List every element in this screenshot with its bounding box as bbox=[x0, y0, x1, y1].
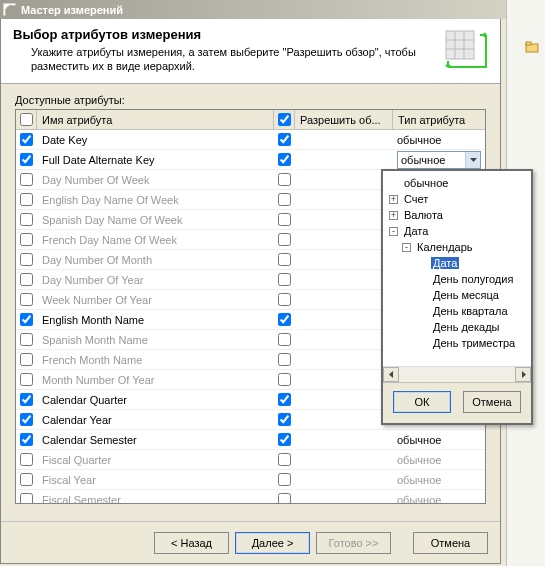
row-name-cell[interactable]: Calendar Quarter bbox=[37, 394, 274, 406]
tree-label[interactable]: Валюта bbox=[402, 209, 445, 221]
attribute-row[interactable]: Date Keyобычное bbox=[16, 130, 485, 150]
tree-item[interactable]: Дата bbox=[385, 255, 529, 271]
select-all-checkbox[interactable] bbox=[20, 113, 33, 126]
tree-label[interactable]: День декады bbox=[431, 321, 501, 333]
tree-label[interactable]: Дата bbox=[402, 225, 430, 237]
row-include-checkbox[interactable] bbox=[20, 473, 33, 486]
tree-label[interactable]: День квартала bbox=[431, 305, 510, 317]
row-include-checkbox[interactable] bbox=[20, 453, 33, 466]
row-include-checkbox[interactable] bbox=[20, 233, 33, 246]
column-header-name[interactable]: Имя атрибута bbox=[37, 110, 274, 129]
row-name-cell[interactable]: Calendar Year bbox=[37, 414, 274, 426]
allow-all-checkbox[interactable] bbox=[278, 113, 291, 126]
row-allow-checkbox[interactable] bbox=[278, 273, 291, 286]
row-name-cell[interactable]: French Day Name Of Week bbox=[37, 234, 274, 246]
attribute-row[interactable]: Fiscal Semesterобычное bbox=[16, 490, 485, 504]
row-name-cell[interactable]: Calendar Semester bbox=[37, 434, 274, 446]
row-name-cell[interactable]: Fiscal Quarter bbox=[37, 454, 274, 466]
row-include-checkbox[interactable] bbox=[20, 313, 33, 326]
tree-item[interactable]: -Дата bbox=[385, 223, 529, 239]
row-include-checkbox[interactable] bbox=[20, 213, 33, 226]
row-allow-checkbox[interactable] bbox=[278, 293, 291, 306]
row-include-checkbox[interactable] bbox=[20, 413, 33, 426]
row-allow-checkbox[interactable] bbox=[278, 153, 291, 166]
attribute-row[interactable]: Fiscal Quarterобычное bbox=[16, 450, 485, 470]
tree-item[interactable]: +Валюта bbox=[385, 207, 529, 223]
row-include-checkbox[interactable] bbox=[20, 333, 33, 346]
next-button[interactable]: Далее > bbox=[235, 532, 310, 554]
cancel-button[interactable]: Отмена bbox=[413, 532, 488, 554]
tree-label[interactable]: День триместра bbox=[431, 337, 517, 349]
row-allow-checkbox[interactable] bbox=[278, 353, 291, 366]
popup-cancel-button[interactable]: Отмена bbox=[463, 391, 521, 413]
tree-item[interactable]: +Счет bbox=[385, 191, 529, 207]
column-header-allow[interactable]: Разрешить об... bbox=[295, 110, 393, 129]
row-allow-checkbox[interactable] bbox=[278, 253, 291, 266]
row-allow-checkbox[interactable] bbox=[278, 393, 291, 406]
tree-item[interactable]: День триместра bbox=[385, 335, 529, 351]
expand-icon[interactable]: + bbox=[389, 211, 398, 220]
collapse-icon[interactable]: - bbox=[389, 227, 398, 236]
tree-item[interactable]: День квартала bbox=[385, 303, 529, 319]
attribute-row[interactable]: Full Date Alternate Keyобычное bbox=[16, 150, 485, 170]
row-include-checkbox[interactable] bbox=[20, 433, 33, 446]
tree-label[interactable]: День полугодия bbox=[431, 273, 515, 285]
row-allow-checkbox[interactable] bbox=[278, 333, 291, 346]
type-tree[interactable]: обычное+Счет+Валюта-Дата-КалендарьДатаДе… bbox=[383, 171, 531, 366]
row-allow-checkbox[interactable] bbox=[278, 413, 291, 426]
tree-label[interactable]: Счет bbox=[402, 193, 430, 205]
row-allow-checkbox[interactable] bbox=[278, 373, 291, 386]
row-allow-checkbox[interactable] bbox=[278, 133, 291, 146]
row-include-checkbox[interactable] bbox=[20, 153, 33, 166]
row-name-cell[interactable]: Day Number Of Year bbox=[37, 274, 274, 286]
scroll-track[interactable] bbox=[399, 367, 515, 382]
tree-label[interactable]: Календарь bbox=[415, 241, 475, 253]
row-allow-checkbox[interactable] bbox=[278, 213, 291, 226]
row-include-checkbox[interactable] bbox=[20, 273, 33, 286]
row-allow-checkbox[interactable] bbox=[278, 493, 291, 504]
expand-icon[interactable]: + bbox=[389, 195, 398, 204]
tree-label[interactable]: День месяца bbox=[431, 289, 501, 301]
row-include-checkbox[interactable] bbox=[20, 133, 33, 146]
popup-ok-button[interactable]: ОК bbox=[393, 391, 451, 413]
row-name-cell[interactable]: Month Number Of Year bbox=[37, 374, 274, 386]
row-name-cell[interactable]: Full Date Alternate Key bbox=[37, 154, 274, 166]
row-allow-checkbox[interactable] bbox=[278, 233, 291, 246]
scroll-right-button[interactable] bbox=[515, 367, 531, 382]
attribute-row[interactable]: Calendar Semesterобычное bbox=[16, 430, 485, 450]
row-name-cell[interactable]: Day Number Of Week bbox=[37, 174, 274, 186]
row-name-cell[interactable]: Date Key bbox=[37, 134, 274, 146]
row-include-checkbox[interactable] bbox=[20, 173, 33, 186]
row-name-cell[interactable]: Week Number Of Year bbox=[37, 294, 274, 306]
row-allow-checkbox[interactable] bbox=[278, 433, 291, 446]
tree-label[interactable]: обычное bbox=[402, 177, 450, 189]
row-include-checkbox[interactable] bbox=[20, 373, 33, 386]
row-allow-checkbox[interactable] bbox=[278, 173, 291, 186]
row-name-cell[interactable]: Day Number Of Month bbox=[37, 254, 274, 266]
row-name-cell[interactable]: French Month Name bbox=[37, 354, 274, 366]
row-name-cell[interactable]: Fiscal Semester bbox=[37, 494, 274, 505]
row-allow-checkbox[interactable] bbox=[278, 453, 291, 466]
back-button[interactable]: < Назад bbox=[154, 532, 229, 554]
attribute-row[interactable]: Fiscal Yearобычное bbox=[16, 470, 485, 490]
tree-label[interactable]: Дата bbox=[431, 257, 459, 269]
row-allow-checkbox[interactable] bbox=[278, 193, 291, 206]
tree-item[interactable]: -Календарь bbox=[385, 239, 529, 255]
row-include-checkbox[interactable] bbox=[20, 393, 33, 406]
row-include-checkbox[interactable] bbox=[20, 293, 33, 306]
row-include-checkbox[interactable] bbox=[20, 493, 33, 504]
row-include-checkbox[interactable] bbox=[20, 253, 33, 266]
tree-item[interactable]: День декады bbox=[385, 319, 529, 335]
row-allow-checkbox[interactable] bbox=[278, 313, 291, 326]
row-include-checkbox[interactable] bbox=[20, 193, 33, 206]
row-name-cell[interactable]: Fiscal Year bbox=[37, 474, 274, 486]
scroll-left-button[interactable] bbox=[383, 367, 399, 382]
tree-item[interactable]: обычное bbox=[385, 175, 529, 191]
tree-item[interactable]: День месяца bbox=[385, 287, 529, 303]
row-name-cell[interactable]: English Day Name Of Week bbox=[37, 194, 274, 206]
row-name-cell[interactable]: Spanish Day Name Of Week bbox=[37, 214, 274, 226]
tree-item[interactable]: День полугодия bbox=[385, 271, 529, 287]
row-allow-checkbox[interactable] bbox=[278, 473, 291, 486]
row-name-cell[interactable]: English Month Name bbox=[37, 314, 274, 326]
row-include-checkbox[interactable] bbox=[20, 353, 33, 366]
